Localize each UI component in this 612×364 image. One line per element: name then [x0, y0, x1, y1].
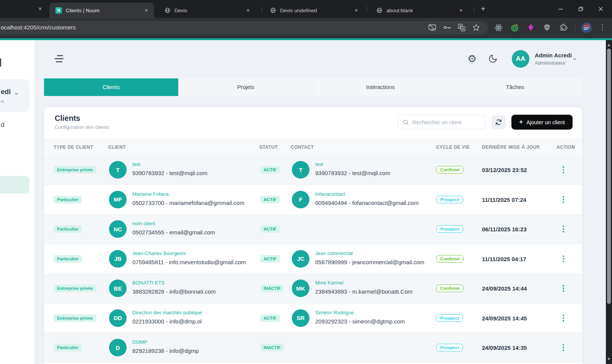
- col-statut: STATUT: [259, 145, 278, 150]
- client-name[interactable]: BONATTI ETS: [132, 280, 164, 286]
- bookmark-star-icon[interactable]: [472, 23, 480, 32]
- lifecycle-badge: Confirmé: [436, 284, 464, 292]
- contact-info: 0094940494 - fofanacontact@gmail.com: [315, 200, 418, 206]
- browser-tab-about-blank[interactable]: about:blank ✕: [370, 3, 470, 18]
- last-update-date: 03/12/2025 23:52: [482, 167, 527, 173]
- col-client: CLIENT: [108, 145, 126, 150]
- window-restore-button[interactable]: [572, 0, 589, 18]
- client-name[interactable]: Direction des marchés publique: [132, 310, 202, 315]
- profile-avatar[interactable]: [581, 23, 592, 33]
- browser-tab-devis-undefined[interactable]: Devis undefined ✕: [262, 3, 366, 18]
- close-icon[interactable]: ✕: [459, 8, 463, 13]
- key-icon[interactable]: [443, 23, 451, 32]
- table-row: Entreprise privée BE BONATTI ETS 3883282…: [44, 274, 582, 304]
- col-action: ACTION: [557, 145, 575, 150]
- user-name: Admin Acredi: [535, 52, 572, 58]
- contact-name[interactable]: Mme Karmel: [315, 280, 343, 286]
- refresh-button[interactable]: [492, 115, 506, 129]
- tab-projets[interactable]: Projets: [179, 78, 313, 96]
- settings-gear-icon[interactable]: ⚙: [467, 53, 477, 65]
- search-input[interactable]: Rechercher un client: [398, 115, 486, 129]
- scrollbar-thumb[interactable]: [607, 49, 611, 304]
- clients-panel: Clients Configuration des clients Recher…: [44, 107, 582, 364]
- client-info: 8292189238 - info@dgmp: [132, 348, 199, 354]
- translate-icon[interactable]: [457, 23, 466, 32]
- shield-extension-icon[interactable]: [543, 23, 551, 32]
- close-icon[interactable]: ✕: [38, 6, 42, 11]
- module-tab-bar: Clients Projets Intéractions Tâches: [44, 78, 582, 96]
- scroll-down-arrow-icon[interactable]: [607, 358, 610, 361]
- status-badge: ACTIF: [260, 225, 280, 233]
- client-type-badge: Particulier: [54, 196, 82, 203]
- client-type-badge: Particulier: [54, 225, 82, 233]
- client-name[interactable]: Jean-Charles Bourgeois: [132, 250, 186, 256]
- rings-devtools-icon[interactable]: [510, 23, 519, 32]
- extensions-puzzle-icon[interactable]: [559, 23, 568, 32]
- row-actions-kebab-icon[interactable]: [563, 224, 564, 234]
- chevron-down-icon[interactable]: [572, 56, 578, 62]
- client-avatar: DD: [109, 309, 127, 327]
- tab-title: Devis undefined: [280, 8, 317, 13]
- user-avatar[interactable]: AA: [512, 50, 529, 68]
- contact-info: 9390783932 - test@mqil.com: [315, 170, 390, 176]
- row-actions-kebab-icon[interactable]: [563, 284, 564, 293]
- client-type-badge: Particulier: [54, 255, 82, 263]
- sidebar-logo-edge: [0, 58, 1, 67]
- browser-tab-clients[interactable]: N Clients | Nuum ✕: [49, 3, 154, 18]
- status-badge: INACTIF: [260, 284, 284, 292]
- client-avatar: D: [109, 339, 127, 356]
- add-client-button[interactable]: + Ajouter un client: [511, 115, 573, 130]
- contact-avatar: F: [292, 191, 309, 208]
- window-close-button[interactable]: [592, 0, 609, 18]
- tab-interactions[interactable]: Intéractions: [313, 78, 448, 96]
- client-name[interactable]: test: [132, 161, 140, 167]
- user-role: Administrateur: [535, 60, 566, 66]
- last-update-date: 24/09/2025 14:35: [482, 344, 527, 351]
- client-info: 0221933000 - info@dmp.ol: [132, 318, 202, 325]
- lifecycle-badge: Prospect: [436, 344, 463, 351]
- client-info: 0759485811 - info.meventstudio@gmail.com: [132, 259, 246, 265]
- client-name[interactable]: DGMP: [132, 339, 147, 345]
- row-actions-kebab-icon[interactable]: [563, 165, 564, 174]
- lifecycle-badge: Prospect: [436, 225, 463, 233]
- client-name[interactable]: Mariame Fofana: [132, 191, 169, 197]
- contact-name[interactable]: Jean commercial: [315, 250, 353, 256]
- tab-divider: [262, 6, 262, 13]
- contact-name[interactable]: fofanacontact: [315, 191, 345, 197]
- contact-name[interactable]: Siméon Rodrigue: [315, 310, 353, 315]
- lifecycle-badge: Confirmé: [436, 255, 464, 263]
- status-badge: ACTIF: [260, 255, 280, 263]
- table-row: Entreprise privée T test 9390783932 - te…: [44, 155, 582, 185]
- close-icon[interactable]: ✕: [246, 8, 250, 13]
- browser-tab-devis[interactable]: Devis ✕: [154, 3, 257, 18]
- url-text[interactable]: ocalhost:4205/crm/customers: [1, 24, 76, 31]
- menu-toggle-button[interactable]: [55, 55, 65, 64]
- scroll-up-arrow-icon[interactable]: [607, 44, 610, 46]
- new-tab-button[interactable]: +: [478, 4, 488, 14]
- close-icon[interactable]: ✕: [355, 8, 358, 13]
- row-actions-kebab-icon[interactable]: [563, 314, 564, 323]
- col-type: TYPE DE CLIENT: [54, 145, 93, 150]
- close-icon[interactable]: ✕: [145, 8, 148, 13]
- client-name[interactable]: nom client: [132, 221, 155, 226]
- row-actions-kebab-icon[interactable]: [563, 343, 564, 352]
- contact-avatar: T: [292, 161, 309, 179]
- sidebar-active-item[interactable]: [0, 176, 29, 193]
- window-minimize-button[interactable]: [552, 0, 570, 18]
- contact-avatar: MK: [292, 280, 309, 297]
- row-actions-kebab-icon[interactable]: [563, 195, 564, 204]
- row-actions-kebab-icon[interactable]: [563, 254, 564, 263]
- sidebar-account-card[interactable]: edi m: [0, 79, 29, 112]
- sidebar-item-fragment[interactable]: d: [1, 121, 4, 129]
- browser-menu-kebab-icon[interactable]: ⋮: [599, 23, 606, 31]
- page-scrollbar[interactable]: [606, 40, 612, 364]
- contact-name[interactable]: test: [315, 161, 323, 167]
- purple-extension-icon[interactable]: [527, 23, 535, 32]
- screen-share-blocked-icon[interactable]: [428, 23, 436, 32]
- table-row: Particulier MF Mariame Fofana 0502733700…: [44, 185, 582, 215]
- react-devtools-icon[interactable]: [494, 23, 503, 32]
- tab-taches[interactable]: Tâches: [448, 78, 582, 96]
- client-info: 0502734555 - email@gmail.com: [132, 229, 215, 236]
- tab-clients[interactable]: Clients: [44, 78, 179, 96]
- dark-mode-moon-icon[interactable]: [488, 54, 498, 63]
